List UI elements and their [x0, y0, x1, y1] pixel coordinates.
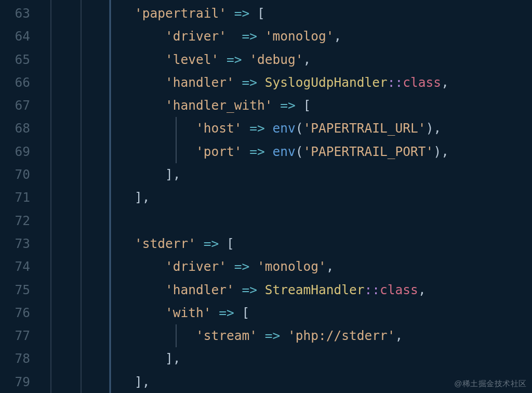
indent-whitespace [43, 167, 165, 182]
code-token: , [334, 29, 342, 44]
code-line[interactable]: 'with' => [ [36, 302, 532, 324]
line-number: 71 [0, 186, 36, 209]
line-number: 66 [0, 71, 36, 94]
code-token: 'monolog' [265, 29, 334, 44]
code-token [273, 98, 281, 113]
code-line[interactable]: 'handler' => SyslogUdpHandler::class, [36, 71, 532, 94]
indent-guide-local [176, 117, 177, 140]
code-token [234, 75, 242, 90]
code-token [211, 305, 219, 320]
code-token: 'PAPERTRAIL_PORT' [303, 144, 434, 159]
code-token: 'PAPERTRAIL_URL' [303, 121, 426, 136]
code-token: , [441, 75, 449, 90]
code-token: => [265, 328, 281, 343]
line-number: 63 [0, 2, 36, 25]
code-token [242, 121, 250, 136]
code-token [242, 144, 250, 159]
line-number: 72 [0, 209, 36, 232]
code-token [227, 6, 234, 21]
code-token [257, 75, 265, 90]
code-token: => [242, 282, 258, 297]
code-line[interactable]: 'driver' => 'monolog', [36, 255, 532, 278]
code-token [296, 98, 303, 113]
code-token [234, 282, 242, 297]
line-number: 76 [0, 302, 36, 324]
line-number: 70 [0, 163, 36, 186]
code-area[interactable]: 'papertrail' => [ 'driver' => 'monolog',… [36, 0, 532, 393]
code-token: ], [135, 190, 150, 205]
code-token [249, 259, 257, 274]
indent-whitespace [43, 259, 165, 274]
code-line[interactable] [36, 209, 532, 232]
code-token: => [234, 6, 250, 21]
code-line[interactable]: 'port' => env('PAPERTRAIL_PORT'), [36, 140, 532, 163]
code-token: [ [257, 6, 265, 21]
code-line[interactable]: 'stream' => 'php://stderr', [36, 324, 532, 347]
code-token: => [242, 75, 258, 90]
code-token: , [303, 52, 311, 67]
code-line[interactable]: 'handler' => StreamHandler::class, [36, 279, 532, 302]
code-line[interactable]: 'driver' => 'monolog', [36, 25, 532, 48]
line-number: 68 [0, 117, 36, 140]
indent-whitespace [43, 29, 165, 44]
code-token: , [418, 282, 426, 297]
code-line[interactable]: 'host' => env('PAPERTRAIL_URL'), [36, 117, 532, 140]
line-number: 64 [0, 25, 36, 48]
code-token: 'level' [165, 52, 219, 67]
code-line[interactable]: ], [36, 347, 532, 370]
code-line[interactable]: ], [36, 186, 532, 209]
code-line[interactable]: 'level' => 'debug', [36, 48, 532, 71]
line-number-gutter: 6364656667686970717273747576777879 [0, 0, 36, 393]
code-token: ], [165, 167, 181, 182]
code-token: ) [426, 121, 434, 136]
line-number: 78 [0, 347, 36, 370]
code-line[interactable]: 'papertrail' => [ [36, 2, 532, 25]
line-number: 69 [0, 140, 36, 163]
code-token: 'monolog' [257, 259, 326, 274]
code-token: 'driver' [165, 29, 227, 44]
line-number: 79 [0, 371, 36, 393]
code-token: 'stream' [196, 328, 257, 343]
line-number: 67 [0, 94, 36, 117]
code-line[interactable]: ], [36, 163, 532, 186]
code-token [219, 52, 227, 67]
code-token [227, 259, 234, 274]
indent-whitespace [43, 351, 165, 366]
code-token [265, 121, 273, 136]
watermark-text: @稀土掘金技术社区 [454, 379, 527, 389]
code-token: , [441, 144, 449, 159]
code-token: ( [296, 121, 303, 136]
code-token: , [433, 121, 441, 136]
code-token: 'handler' [165, 282, 234, 297]
code-token: 'papertrail' [135, 6, 227, 21]
indent-guide-local [176, 324, 177, 347]
code-token: env [273, 144, 296, 159]
line-number: 75 [0, 279, 36, 302]
code-editor[interactable]: 6364656667686970717273747576777879 'pape… [0, 0, 532, 393]
code-token [242, 52, 250, 67]
code-token: 'port' [196, 144, 242, 159]
indent-whitespace [43, 305, 165, 320]
code-token [234, 305, 242, 320]
code-token: => [280, 98, 296, 113]
code-token: 'handler_with' [165, 98, 273, 113]
code-token: ], [135, 374, 150, 389]
code-token: 'stderr' [135, 236, 196, 251]
code-token [219, 236, 227, 251]
indent-whitespace [43, 98, 165, 113]
code-token [249, 6, 257, 21]
code-token [257, 328, 265, 343]
indent-guide-local [176, 140, 177, 163]
line-number: 73 [0, 232, 36, 255]
code-token: , [326, 259, 334, 274]
code-token: ) [433, 144, 441, 159]
code-token: => [204, 236, 219, 251]
indent-whitespace [43, 236, 135, 251]
indent-whitespace [43, 328, 196, 343]
code-line[interactable]: 'handler_with' => [ [36, 94, 532, 117]
line-number: 65 [0, 48, 36, 71]
code-token: [ [303, 98, 311, 113]
code-token: => [249, 144, 265, 159]
code-line[interactable]: 'stderr' => [ [36, 232, 532, 255]
code-token [257, 282, 265, 297]
